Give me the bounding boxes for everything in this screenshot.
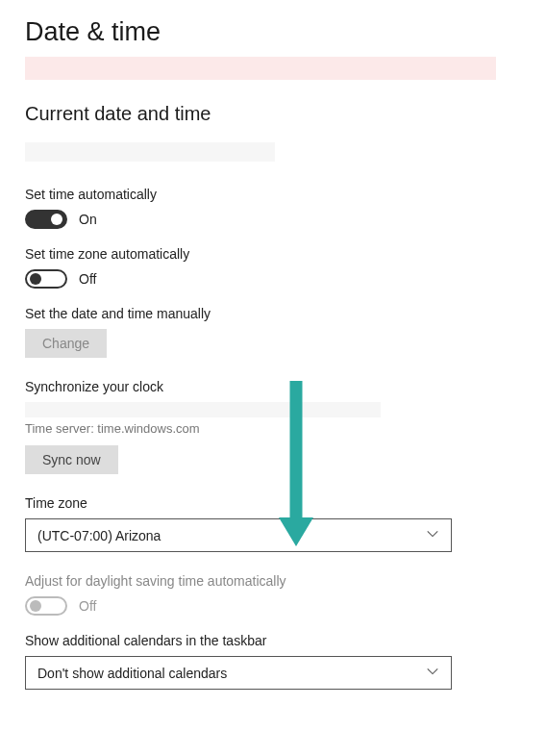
chevron-down-icon xyxy=(426,665,439,681)
redacted-datetime xyxy=(25,142,275,162)
page-title: Date & time xyxy=(25,17,521,47)
redacted-banner xyxy=(25,57,496,80)
time-zone-label: Time zone xyxy=(25,495,521,511)
section-title: Current date and time xyxy=(25,103,521,125)
svg-marker-1 xyxy=(279,517,313,546)
set-time-auto-state: On xyxy=(79,212,97,227)
time-zone-selected: (UTC-07:00) Arizona xyxy=(37,528,161,543)
additional-calendars-selected: Don't show additional calendars xyxy=(37,666,227,681)
time-server-text: Time server: time.windows.com xyxy=(25,421,521,436)
time-zone-select[interactable]: (UTC-07:00) Arizona xyxy=(25,518,452,552)
set-zone-auto-toggle[interactable] xyxy=(25,269,67,289)
additional-calendars-label: Show additional calendars in the taskbar xyxy=(25,633,521,648)
set-zone-auto-label: Set time zone automatically xyxy=(25,246,521,262)
set-time-auto-toggle[interactable] xyxy=(25,210,67,229)
set-manual-label: Set the date and time manually xyxy=(25,306,521,321)
additional-calendars-select[interactable]: Don't show additional calendars xyxy=(25,656,452,690)
annotation-arrow-down xyxy=(275,377,317,548)
set-zone-auto-state: Off xyxy=(79,271,96,287)
dst-state: Off xyxy=(79,598,96,614)
sync-now-button[interactable]: Sync now xyxy=(25,445,118,474)
dst-label: Adjust for daylight saving time automati… xyxy=(25,573,521,589)
dst-toggle xyxy=(25,596,67,616)
change-button[interactable]: Change xyxy=(25,329,107,358)
sync-clock-label: Synchronize your clock xyxy=(25,379,521,394)
chevron-down-icon xyxy=(426,527,439,543)
redacted-sync-status xyxy=(25,402,381,417)
set-time-auto-label: Set time automatically xyxy=(25,187,521,202)
